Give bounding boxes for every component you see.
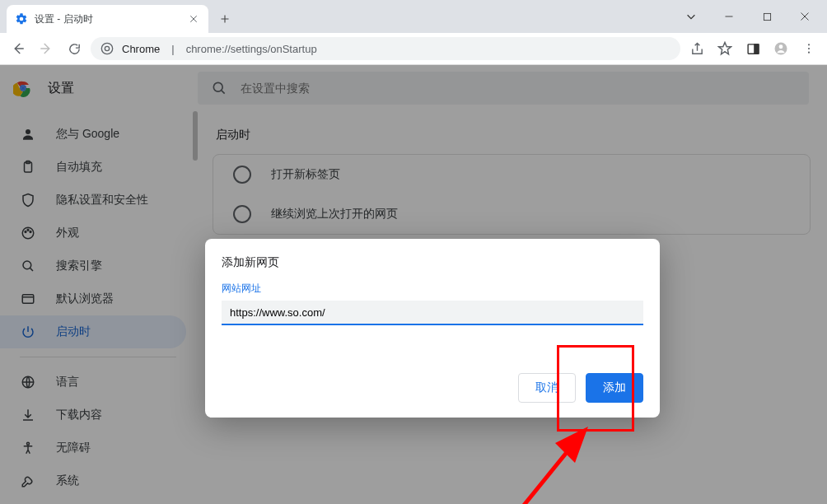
side-panel-icon[interactable]	[741, 37, 764, 60]
svg-point-9	[808, 52, 810, 54]
url-input[interactable]	[222, 301, 643, 325]
new-tab-button[interactable]	[213, 7, 236, 30]
svg-point-2	[105, 46, 109, 50]
browser-tab[interactable]: 设置 - 启动时	[7, 5, 208, 33]
share-icon[interactable]	[685, 37, 708, 60]
svg-rect-0	[764, 13, 770, 20]
tab-title: 设置 - 启动时	[35, 12, 180, 26]
reload-button[interactable]	[63, 37, 86, 60]
back-button[interactable]	[7, 37, 30, 60]
svg-point-6	[779, 44, 783, 49]
svg-rect-4	[754, 44, 758, 53]
forward-button[interactable]	[35, 37, 58, 60]
annotation-highlight-box	[557, 345, 634, 432]
url-label: 网站网址	[222, 282, 643, 296]
svg-point-7	[808, 44, 810, 45]
minimize-icon[interactable]	[710, 4, 748, 29]
gear-icon	[15, 12, 28, 26]
address-bar[interactable]: Chrome | chrome://settings/onStartup	[91, 37, 680, 60]
dialog-title: 添加新网页	[222, 255, 643, 270]
profile-icon[interactable]	[769, 37, 792, 60]
omnibox-path: chrome://settings/onStartup	[186, 43, 317, 55]
more-icon[interactable]	[797, 37, 820, 60]
page: 设置 您与 Google 自动填充 隐私设置和安全性 外观	[0, 65, 827, 504]
close-icon[interactable]	[187, 12, 200, 26]
svg-point-1	[101, 43, 112, 54]
svg-point-8	[808, 48, 810, 49]
maximize-icon[interactable]	[748, 4, 786, 29]
titlebar: 设置 - 启动时	[0, 0, 827, 33]
window-close-icon[interactable]	[786, 4, 824, 29]
omnibox-sep: |	[171, 43, 174, 55]
chevron-down-icon[interactable]	[672, 4, 710, 29]
chrome-icon	[100, 42, 114, 55]
toolbar: Chrome | chrome://settings/onStartup	[0, 33, 827, 65]
bookmark-icon[interactable]	[713, 37, 736, 60]
window-controls	[672, 0, 824, 33]
annotation-arrow	[456, 427, 588, 504]
omnibox-host: Chrome	[122, 43, 160, 55]
